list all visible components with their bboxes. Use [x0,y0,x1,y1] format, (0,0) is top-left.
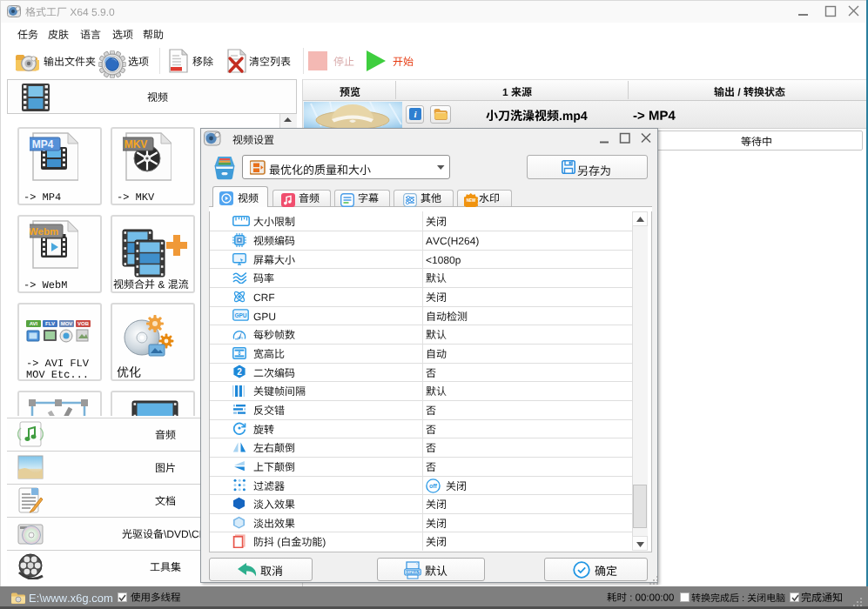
svg-text:FLV: FLV [45,321,55,326]
svg-text:MOV: MOV [61,321,73,326]
svg-text:MP4: MP4 [32,138,54,151]
svg-text:NEW: NEW [467,198,476,203]
svg-text:VOB: VOB [77,321,90,326]
svg-text:GPU: GPU [234,312,246,318]
svg-text:off: off [429,483,438,489]
svg-text:AVI: AVI [30,321,38,326]
svg-text:FPS: FPS [238,337,244,340]
svg-text:MKV: MKV [124,138,148,151]
svg-text:DEFAULT: DEFAULT [406,571,421,574]
svg-text:2: 2 [237,367,242,377]
svg-text:Webm: Webm [30,226,58,237]
